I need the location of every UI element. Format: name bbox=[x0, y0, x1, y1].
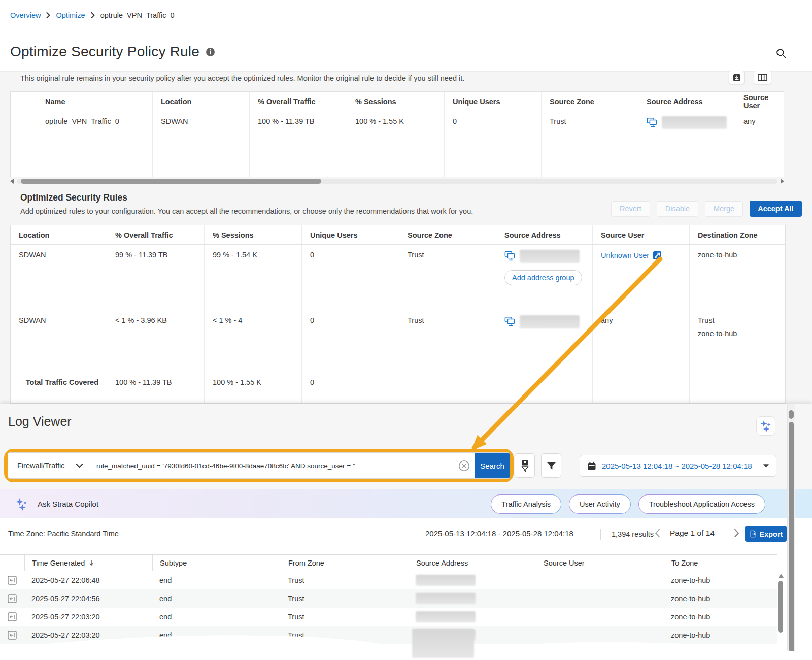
breadcrumb-current: optrule_VPN_Traffic_0 bbox=[100, 11, 175, 19]
table-scrollbar-thumb[interactable] bbox=[778, 581, 783, 633]
cell-sessions: 100 % - 1.55 K bbox=[347, 111, 445, 177]
scroll-right-icon[interactable] bbox=[781, 179, 784, 184]
cell-source-address: Add address group bbox=[496, 245, 593, 310]
total-sessions: 100 % - 1.55 K bbox=[205, 372, 302, 404]
scroll-left-icon[interactable] bbox=[10, 179, 14, 184]
scrollbar-thumb[interactable] bbox=[21, 179, 321, 184]
copilot-suggestion-traffic-analysis[interactable]: Traffic Analysis bbox=[491, 494, 561, 514]
column-header-from-zone[interactable]: From Zone bbox=[281, 555, 409, 571]
copilot-suggestion-troubleshoot[interactable]: Troubleshoot Application Access bbox=[638, 494, 765, 514]
column-header-location[interactable]: Location bbox=[11, 225, 107, 244]
column-header-unique-users[interactable]: Unique Users bbox=[445, 92, 542, 111]
column-header-subtype[interactable]: Subtype bbox=[152, 555, 281, 571]
column-header-source-address[interactable]: Source Address bbox=[409, 555, 536, 571]
address-object-icon bbox=[504, 251, 516, 261]
original-rule-table: Name Location % Overall Traffic % Sessio… bbox=[10, 91, 784, 177]
breadcrumb: Overview Optimize optrule_VPN_Traffic_0 bbox=[10, 11, 175, 19]
table-row[interactable]: SDWAN 99 % - 11.39 TB 99 % - 1.54 K 0 Tr… bbox=[11, 245, 785, 310]
filter-button[interactable] bbox=[541, 453, 561, 478]
column-header-location[interactable]: Location bbox=[153, 92, 250, 111]
saved-filters-button[interactable] bbox=[515, 453, 535, 478]
external-link-icon[interactable] bbox=[653, 251, 662, 260]
divider bbox=[600, 529, 601, 540]
select-column-header bbox=[11, 92, 37, 111]
cell-location: SDWAN bbox=[11, 310, 107, 372]
cell-to-zone: zone-to-hub bbox=[664, 613, 777, 621]
table-row[interactable]: SDWAN < 1 % - 3.96 KB < 1 % - 4 0 Trust … bbox=[11, 310, 785, 372]
column-header-sessions[interactable]: % Sessions bbox=[347, 92, 445, 111]
page-scrollbar-thumb[interactable] bbox=[789, 422, 794, 660]
search-icon[interactable] bbox=[775, 48, 788, 60]
column-header-name[interactable]: Name bbox=[37, 92, 153, 111]
column-header-time-generated[interactable]: Time Generated bbox=[24, 555, 152, 571]
chevron-right-icon bbox=[46, 12, 50, 18]
column-header-source-user[interactable]: Source User bbox=[536, 555, 664, 571]
page-scrollbar-cap[interactable] bbox=[789, 410, 794, 419]
cell-overall-traffic: < 1 % - 3.96 KB bbox=[107, 310, 205, 372]
log-row[interactable]: 2025-05-27 22:06:48 end Trust zone-to-hu… bbox=[0, 571, 777, 589]
cell-source-zone: Trust bbox=[399, 310, 496, 372]
log-detail-icon[interactable] bbox=[8, 631, 17, 640]
copilot-suggestion-user-activity[interactable]: User Activity bbox=[569, 494, 631, 514]
copilot-sparkles-button[interactable] bbox=[756, 416, 775, 436]
log-row[interactable]: 2025-05-27 22:04:56 end Trust zone-to-hu… bbox=[0, 589, 777, 608]
cell-sessions: 99 % - 1.54 K bbox=[205, 245, 302, 310]
column-header-source-zone[interactable]: Source Zone bbox=[542, 92, 638, 111]
optimized-rules-table: Location % Overall Traffic % Sessions Un… bbox=[10, 225, 786, 404]
export-button[interactable]: Export bbox=[745, 526, 787, 542]
log-row[interactable]: 2025-05-27 22:03:20 end Trust zone-to-hu… bbox=[0, 608, 777, 626]
total-row: Total Traffic Covered 100 % - 11.39 TB 1… bbox=[11, 372, 785, 404]
log-query-input[interactable]: rule_matched_uuid = '7930fd60-01cd-46be-… bbox=[90, 453, 453, 478]
breadcrumb-link-overview[interactable]: Overview bbox=[10, 11, 41, 19]
column-header-source-address[interactable]: Source Address bbox=[638, 92, 735, 111]
column-header-overall-traffic[interactable]: % Overall Traffic bbox=[107, 225, 205, 244]
cell-time-generated: 2025-05-27 22:04:56 bbox=[24, 595, 152, 603]
log-type-dropdown[interactable]: Firewall/Traffic bbox=[8, 453, 90, 478]
copilot-banner: Ask Strata Copilot Traffic Analysis User… bbox=[0, 489, 812, 518]
download-button[interactable] bbox=[729, 71, 745, 84]
column-header-sessions[interactable]: % Sessions bbox=[205, 225, 302, 244]
column-header-unique-users[interactable]: Unique Users bbox=[302, 225, 399, 244]
revert-button[interactable]: Revert bbox=[611, 201, 650, 217]
export-icon bbox=[749, 530, 757, 538]
log-row[interactable]: 2025-05-27 22:03:20 end Trust zone-to-hu… bbox=[0, 626, 777, 644]
cell-location: SDWAN bbox=[11, 245, 107, 310]
redacted-source-address bbox=[412, 629, 474, 658]
unknown-user-link[interactable]: Unknown User bbox=[601, 251, 649, 259]
next-page-button[interactable] bbox=[734, 527, 741, 539]
copilot-label[interactable]: Ask Strata Copilot bbox=[38, 500, 98, 508]
column-header-to-zone[interactable]: To Zone bbox=[664, 555, 777, 571]
optimized-rules-subtitle: Add optimized rules to your configuratio… bbox=[20, 207, 473, 215]
columns-button[interactable] bbox=[754, 71, 771, 84]
search-button[interactable]: Search bbox=[475, 453, 510, 478]
column-header-source-user[interactable]: Source User bbox=[593, 225, 690, 244]
chevron-right-icon bbox=[91, 12, 95, 18]
prev-page-button[interactable] bbox=[655, 527, 662, 539]
clear-query-button[interactable] bbox=[453, 453, 475, 478]
column-header-source-user[interactable]: Source User bbox=[735, 92, 784, 111]
table-row[interactable]: optrule_VPN_Traffic_0 SDWAN 100 % - 11.3… bbox=[11, 111, 784, 177]
clear-icon bbox=[458, 460, 470, 472]
column-header-overall-traffic[interactable]: % Overall Traffic bbox=[250, 92, 347, 111]
table-scroll-up-icon[interactable] bbox=[779, 574, 784, 578]
info-icon[interactable] bbox=[206, 47, 215, 57]
log-detail-icon[interactable] bbox=[8, 576, 17, 585]
accept-all-button[interactable]: Accept All bbox=[750, 201, 801, 217]
address-object-icon bbox=[504, 316, 516, 327]
cell-sessions: < 1 % - 4 bbox=[205, 310, 302, 372]
cell-unique-users: 0 bbox=[445, 111, 542, 177]
cell-to-zone: zone-to-hub bbox=[664, 576, 777, 584]
log-detail-icon[interactable] bbox=[8, 612, 17, 621]
column-header-destination-zone[interactable]: Destination Zone bbox=[690, 225, 785, 244]
disable-button[interactable]: Disable bbox=[657, 201, 698, 217]
add-address-group-button[interactable]: Add address group bbox=[504, 270, 582, 285]
merge-button[interactable]: Merge bbox=[705, 201, 743, 217]
log-filter-bar: Firewall/Traffic rule_matched_uuid = '79… bbox=[8, 452, 510, 479]
column-header-source-zone[interactable]: Source Zone bbox=[399, 225, 496, 244]
log-detail-icon[interactable] bbox=[8, 594, 17, 603]
date-range-picker[interactable]: 2025-05-13 12:04:18 ~ 2025-05-28 12:04:1… bbox=[580, 455, 776, 477]
breadcrumb-link-optimize[interactable]: Optimize bbox=[56, 11, 85, 19]
cell-to-zone: zone-to-hub bbox=[664, 595, 777, 603]
column-header-source-address[interactable]: Source Address bbox=[496, 225, 593, 244]
horizontal-scrollbar[interactable] bbox=[10, 177, 784, 185]
